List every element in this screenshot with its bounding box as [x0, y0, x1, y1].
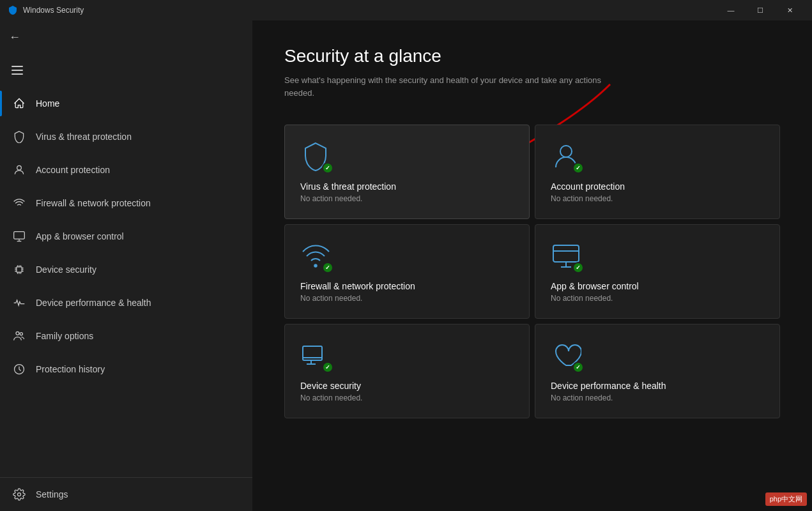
page-subtitle: See what's happening with the security a…: [284, 74, 604, 99]
sidebar-item-virus[interactable]: Virus & threat protection: [0, 120, 252, 153]
card-device-security[interactable]: Device security No action needed.: [284, 324, 530, 418]
svg-rect-10: [553, 245, 579, 262]
app-icon: [8, 5, 18, 15]
card-firewall-title: Firewall & network protection: [300, 281, 514, 291]
svg-rect-1: [14, 232, 25, 240]
sidebar-item-account-label: Account protection: [36, 165, 110, 175]
family-icon: [13, 330, 26, 342]
cards-grid: Virus & threat protection No action need…: [284, 125, 780, 418]
card-appbrowser-icon-wrapper: [551, 240, 581, 271]
sidebar-item-devicesecurity[interactable]: Device security: [0, 253, 252, 286]
check-badge-appbrowser: [572, 262, 584, 273]
card-account-protection[interactable]: Account protection No action needed.: [535, 125, 780, 219]
chip-icon: [13, 263, 26, 276]
svg-point-3: [16, 332, 19, 335]
sidebar-item-appbrowser-label: App & browser control: [36, 231, 124, 241]
svg-point-4: [20, 333, 22, 335]
card-devicehealth-icon-wrapper: [551, 340, 581, 370]
svg-point-9: [314, 264, 317, 267]
svg-point-0: [17, 165, 22, 170]
back-button[interactable]: ←: [0, 20, 252, 54]
watermark: php中文网: [765, 492, 807, 506]
window-title: Windows Security: [23, 6, 716, 15]
sidebar-item-appbrowser[interactable]: App & browser control: [0, 220, 252, 253]
sidebar-item-account[interactable]: Account protection: [0, 153, 252, 187]
card-account-icon-wrapper: [551, 141, 581, 171]
title-bar: Windows Security — ☐ ✕: [0, 0, 812, 20]
check-badge-devicesecurity: [322, 362, 333, 373]
card-account-status: No action needed.: [551, 194, 764, 203]
sidebar-item-firewall[interactable]: Firewall & network protection: [0, 187, 252, 220]
home-icon: [13, 97, 26, 110]
svg-point-8: [560, 146, 572, 157]
check-badge-virus: [322, 162, 333, 174]
check-badge-devicehealth: [572, 362, 584, 373]
app-body: ← Home Virus & threat protection: [0, 20, 812, 511]
sidebar-top: [0, 54, 252, 87]
sidebar-item-devicesecurity-label: Device security: [36, 264, 96, 275]
card-app-browser[interactable]: App & browser control No action needed.: [535, 224, 780, 319]
card-virus-title: Virus & threat protection: [300, 181, 514, 192]
card-virus-status: No action needed.: [300, 194, 514, 203]
card-virus-threat[interactable]: Virus & threat protection No action need…: [284, 125, 530, 219]
hamburger-button[interactable]: [9, 63, 26, 77]
sidebar: ← Home Virus & threat protection: [0, 20, 252, 511]
card-appbrowser-status: No action needed.: [551, 294, 764, 303]
sidebar-item-virus-label: Virus & threat protection: [36, 132, 132, 142]
card-firewall-status: No action needed.: [300, 294, 514, 303]
sidebar-item-home[interactable]: Home: [0, 87, 252, 120]
card-firewall[interactable]: Firewall & network protection No action …: [284, 224, 530, 319]
card-devicesecurity-title: Device security: [300, 381, 514, 391]
maximize-button[interactable]: ☐: [746, 0, 775, 20]
card-devicehealth-status: No action needed.: [551, 393, 764, 402]
card-devicesecurity-icon-wrapper: [300, 340, 331, 370]
sidebar-item-settings-label: Settings: [36, 489, 68, 500]
sidebar-item-home-label: Home: [36, 98, 59, 109]
minimize-button[interactable]: —: [716, 0, 746, 20]
monitor-icon: [13, 230, 26, 243]
sidebar-item-history[interactable]: Protection history: [0, 353, 252, 386]
sidebar-bottom: Settings: [0, 477, 252, 511]
svg-point-6: [18, 493, 21, 496]
main-content: Security at a glance See what's happenin…: [252, 20, 812, 511]
sidebar-item-devicehealth-label: Device performance & health: [36, 298, 151, 308]
sidebar-item-firewall-label: Firewall & network protection: [36, 198, 151, 208]
close-button[interactable]: ✕: [775, 0, 804, 20]
card-account-title: Account protection: [551, 181, 764, 192]
card-devicesecurity-status: No action needed.: [300, 393, 514, 402]
shield-icon: [13, 130, 26, 143]
check-badge-firewall: [322, 262, 333, 273]
heartrate-icon: [13, 296, 26, 309]
card-appbrowser-title: App & browser control: [551, 281, 764, 291]
card-devicehealth-title: Device performance & health: [551, 381, 764, 391]
sidebar-item-family-label: Family options: [36, 331, 93, 341]
card-virus-icon-wrapper: [300, 141, 331, 171]
sidebar-item-settings[interactable]: Settings: [0, 478, 252, 511]
page-title: Security at a glance: [284, 46, 780, 66]
check-badge-account: [572, 162, 584, 174]
card-device-health[interactable]: Device performance & health No action ne…: [535, 324, 780, 418]
svg-rect-2: [17, 267, 22, 272]
gear-icon: [13, 488, 26, 501]
person-icon: [13, 164, 26, 176]
sidebar-item-devicehealth[interactable]: Device performance & health: [0, 286, 252, 319]
sidebar-item-history-label: Protection history: [36, 364, 105, 374]
card-firewall-icon-wrapper: [300, 240, 331, 271]
back-arrow-icon: ←: [9, 31, 20, 44]
window-controls: — ☐ ✕: [716, 0, 804, 20]
clock-icon: [13, 363, 26, 376]
wifi-icon: [13, 197, 26, 210]
sidebar-item-family[interactable]: Family options: [0, 319, 252, 353]
